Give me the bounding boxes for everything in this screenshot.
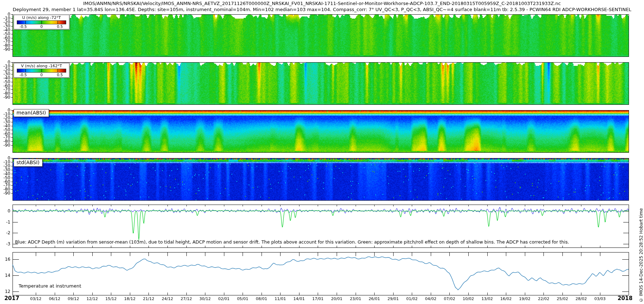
depth-variation-annotation: Blue: ADCP Depth (m) variation from sens…	[15, 239, 569, 245]
u-velocity-legend: U (m/s) along -72°T -0.5 0 0.5	[14, 15, 69, 29]
colorbar-tick	[25, 69, 26, 72]
colorbar-tick	[58, 69, 58, 72]
colorbar-label: 0	[40, 24, 43, 29]
std-absi-label: std(ABSI)	[14, 159, 43, 167]
colorbar-label: -0.5	[19, 73, 27, 77]
figure-subtitle: Deployment 29, member 1 lat=35.84S lon=1…	[0, 7, 644, 12]
colorbar-tick	[25, 21, 26, 24]
u-colorbar	[17, 20, 66, 24]
v-colorbar	[17, 69, 66, 73]
colorbar-label: 0.5	[57, 24, 63, 29]
u-colorbar-labels: -0.5 0 0.5	[14, 24, 69, 29]
colorbar-label: -0.5	[19, 24, 27, 29]
colorbar-label: 0.5	[57, 73, 63, 77]
temperature-label: Temperature at instrument	[19, 283, 81, 289]
v-legend-title: V (m/s) along -162°T	[14, 64, 69, 68]
colorbar-tick	[58, 21, 58, 24]
adcp-summary-figure: IMOS/ANMN/NRS/NRSKAI/Velocity/IMOS_ANMN-…	[0, 0, 644, 304]
v-velocity-legend: V (m/s) along -162°T -0.5 0 0.5	[14, 63, 69, 78]
colorbar-tick	[42, 69, 42, 72]
chart-canvas	[0, 0, 644, 304]
copyright-stamp: © IMOS 14-Dec-2025 20:28:52 Hobart time	[639, 208, 644, 303]
mean-absi-label: mean(ABSI)	[14, 109, 49, 117]
colorbar-tick	[42, 21, 42, 24]
u-legend-title: U (m/s) along -72°T	[14, 15, 69, 20]
v-colorbar-labels: -0.5 0 0.5	[14, 73, 69, 77]
figure-title: IMOS/ANMN/NRS/NRSKAI/Velocity/IMOS_ANMN-…	[0, 1, 644, 6]
colorbar-label: 0	[40, 73, 43, 77]
